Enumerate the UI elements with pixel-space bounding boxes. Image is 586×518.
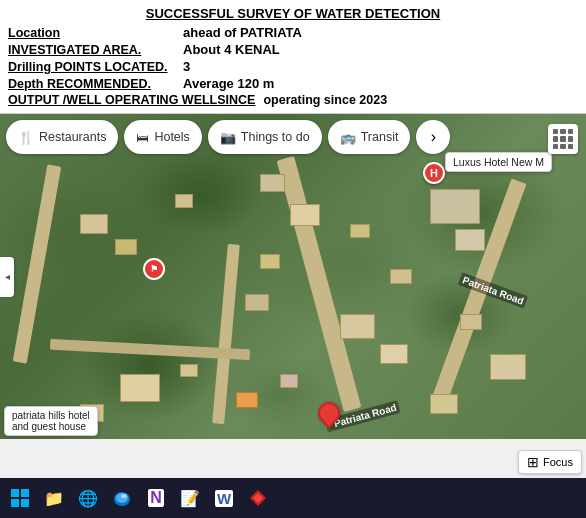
chip-hotels[interactable]: 🛏 Hotels	[124, 120, 201, 154]
investigated-row: INVESTIGATED AREA. About 4 KENAL	[8, 42, 578, 57]
location-value: ahead of PATRIATA	[183, 25, 302, 40]
edge-icon	[113, 489, 131, 507]
building-9	[380, 344, 408, 364]
cluster-icon: ⚑	[150, 264, 158, 274]
focus-label: Focus	[543, 456, 573, 468]
output-label: OUTPUT /WELL OPERATING WELLSINCE	[8, 93, 255, 107]
depth-row: Depth RECOMMENDED. Average 120 m	[8, 76, 578, 91]
taskbar-edge[interactable]	[106, 482, 138, 514]
onenote-icon: N	[148, 489, 164, 507]
map-chips-bar: 🍴 Restaurants 🛏 Hotels 📷 Things to do 🚌 …	[0, 114, 586, 160]
map-collapse-arrow[interactable]: ◂	[0, 257, 14, 297]
chip-hotels-label: Hotels	[154, 130, 189, 144]
investigated-label: INVESTIGATED AREA.	[8, 43, 183, 57]
chips-more-button[interactable]: ›	[416, 120, 450, 154]
taskbar: 📁 🌐 N 📝 W	[0, 478, 586, 518]
depth-label: Depth RECOMMENDED.	[8, 77, 183, 91]
taskbar-start[interactable]	[4, 482, 36, 514]
taskbar-app[interactable]	[242, 482, 274, 514]
building-15	[460, 314, 482, 330]
location-label: Location	[8, 26, 183, 40]
focus-icon: ⊞	[527, 454, 539, 470]
building-3	[175, 194, 193, 208]
building-2	[115, 239, 137, 255]
restaurant-icon: 🍴	[18, 130, 34, 145]
pin-head	[313, 397, 344, 428]
location-pin[interactable]	[318, 402, 342, 432]
collapse-icon: ◂	[5, 271, 10, 282]
grid-dot	[553, 136, 558, 141]
info-panel: SUCCESSFUL SURVEY OF WATER DETECTION Loc…	[0, 0, 586, 114]
chip-transit-label: Transit	[361, 130, 399, 144]
drilling-row: Drilling POINTS LOCATED. 3	[8, 59, 578, 74]
svg-rect-3	[21, 499, 29, 507]
building-7	[245, 294, 269, 311]
building-6	[260, 254, 280, 269]
building-8	[340, 314, 375, 339]
windows-icon	[11, 489, 29, 507]
depth-value: Average 120 m	[183, 76, 274, 91]
building-14	[455, 229, 485, 251]
notepad-icon: 📝	[180, 489, 200, 508]
transit-icon: 🚌	[340, 130, 356, 145]
building-17	[430, 394, 458, 414]
grid-dot	[560, 144, 565, 149]
browser-icon: 🌐	[78, 489, 98, 508]
patriata-hills-tooltip[interactable]: patriata hills hoteland guest house	[4, 406, 98, 436]
grid-dot	[553, 144, 558, 149]
taskbar-notepad[interactable]: 📝	[174, 482, 206, 514]
grid-dot	[568, 129, 573, 134]
chip-restaurants-label: Restaurants	[39, 130, 106, 144]
building-11	[350, 224, 370, 238]
patriata-hills-name: patriata hills hoteland guest house	[12, 410, 90, 432]
drilling-label: Drilling POINTS LOCATED.	[8, 60, 183, 74]
hotel-marker-label: H	[430, 167, 438, 179]
hotels-icon: 🛏	[136, 130, 149, 145]
chip-transit[interactable]: 🚌 Transit	[328, 120, 411, 154]
drilling-value: 3	[183, 59, 190, 74]
investigated-value: About 4 KENAL	[183, 42, 280, 57]
location-row: Location ahead of PATRIATA	[8, 25, 578, 40]
word-icon: W	[215, 490, 233, 507]
chip-things-to-do[interactable]: 📷 Things to do	[208, 120, 322, 154]
building-13	[120, 374, 160, 402]
building-10	[390, 269, 412, 284]
svg-rect-0	[11, 489, 19, 497]
building-19	[280, 374, 298, 388]
svg-point-6	[121, 494, 127, 498]
things-icon: 📷	[220, 130, 236, 145]
taskbar-word[interactable]: W	[208, 482, 240, 514]
chip-restaurants[interactable]: 🍴 Restaurants	[6, 120, 118, 154]
grid-dot	[568, 136, 573, 141]
taskbar-onenote[interactable]: N	[140, 482, 172, 514]
app-icon	[249, 489, 267, 507]
building-16	[490, 354, 526, 380]
grid-dot	[560, 129, 565, 134]
grid-dot	[560, 136, 565, 141]
taskbar-browser[interactable]: 🌐	[72, 482, 104, 514]
building-4	[260, 174, 285, 192]
building-orange	[236, 392, 258, 408]
focus-button[interactable]: ⊞ Focus	[518, 450, 582, 474]
chips-more-icon: ›	[431, 128, 436, 146]
map-container[interactable]: Patriata Road Patriata Road Patriata Roa…	[0, 114, 586, 439]
building-12	[180, 364, 198, 377]
chip-things-label: Things to do	[241, 130, 310, 144]
output-value: operating since 2023	[263, 93, 387, 107]
building-luxus	[430, 189, 480, 224]
grid-view-button[interactable]	[548, 124, 578, 154]
building-5	[290, 204, 320, 226]
svg-rect-2	[11, 499, 19, 507]
output-row: OUTPUT /WELL OPERATING WELLSINCE operati…	[8, 93, 578, 107]
map-cluster-marker[interactable]: ⚑	[143, 258, 165, 280]
hotel-marker[interactable]: H	[423, 162, 445, 184]
page-title: SUCCESSFUL SURVEY OF WATER DETECTION	[8, 6, 578, 21]
grid-dot	[553, 129, 558, 134]
building-1	[80, 214, 108, 234]
file-explorer-icon: 📁	[44, 489, 64, 508]
svg-point-5	[116, 493, 128, 503]
grid-dot	[568, 144, 573, 149]
taskbar-file-explorer[interactable]: 📁	[38, 482, 70, 514]
svg-rect-1	[21, 489, 29, 497]
